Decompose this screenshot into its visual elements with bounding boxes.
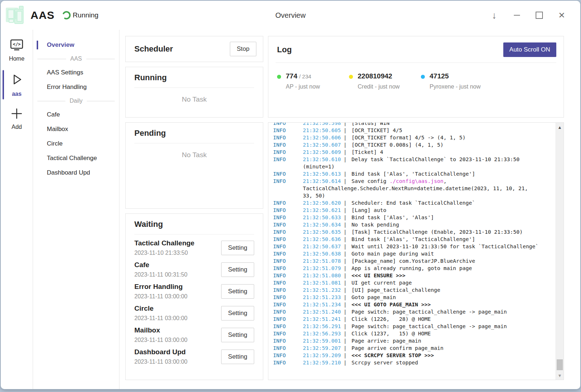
app-window: AAS Running Overview ↓ ✕ </>HomeaasAdd O… [1, 1, 580, 389]
setting-button[interactable]: Setting [221, 262, 254, 277]
waiting-task-info: Tactical Challenge2023-11-10 21:33:50 [134, 239, 194, 256]
log-level: INFO [273, 122, 303, 127]
rail-item-home[interactable]: </>Home [1, 35, 33, 66]
log-timestamp: 21:32:59.001 [303, 337, 344, 344]
log-timestamp: 21:32:50.637 [303, 243, 344, 250]
sidebar-item-mailbox[interactable]: Mailbox [33, 122, 119, 136]
waiting-task-row: Circle2023-11-11 03:00:00Setting [134, 305, 254, 322]
log-output-card[interactable]: INFO21:32:50.598| [Status] WININFO21:32:… [268, 122, 564, 380]
log-separator: | [344, 170, 352, 177]
setting-button[interactable]: Setting [221, 306, 254, 320]
close-button[interactable]: ✕ [557, 11, 566, 20]
log-level: INFO [273, 199, 303, 207]
auto-scroll-toggle[interactable]: Auto Scroll ON [503, 42, 556, 57]
log-level: INFO [273, 337, 303, 344]
log-line: INFO21:32:59.210| Scrcpy server stopped [273, 359, 551, 366]
log-timestamp: 21:32:51.080 [303, 272, 344, 279]
log-message: Scheduler: End task `TacticalChallenge` [352, 199, 475, 207]
stat-value: 774/ 234 [286, 72, 320, 80]
log-line: INFO21:32:50.633| Bind task ['Alas', 'Al… [273, 214, 551, 221]
waiting-task-info: Error Handling2023-11-11 03:00:00 [134, 283, 187, 300]
active-indicator [3, 70, 4, 99]
active-indicator [37, 41, 38, 49]
divider-line [37, 101, 65, 101]
log-separator: | [344, 344, 352, 352]
log-timestamp: 21:32:50.638 [303, 250, 344, 257]
log-line: INFO21:32:50.607| [OCR_TICKET 0.008s] (4… [273, 141, 551, 148]
minimize-button[interactable] [512, 11, 521, 20]
log-line: INFO21:32:59.209| <<< SCRCPY SERVER STOP… [273, 352, 551, 359]
rail-item-add[interactable]: Add [1, 103, 33, 135]
sidebar-item-overview[interactable]: Overview [33, 38, 119, 52]
stat-text: 774/ 234AP - just now [286, 72, 320, 90]
log-message: [Task] TacticalChallenge (Enable, 2023-1… [352, 228, 523, 236]
setting-button[interactable]: Setting [221, 350, 254, 364]
nav-sidebar: OverviewAASAAS SettingsError HandlingDai… [33, 30, 119, 389]
log-separator: | [344, 257, 352, 265]
sidebar-item-label: Circle [47, 140, 62, 147]
log-timestamp: 21:32:50.635 [303, 228, 344, 236]
log-level: INFO [273, 257, 303, 265]
log-separator: | [344, 221, 352, 228]
log-level: INFO [273, 330, 303, 337]
log-level: INFO [273, 359, 303, 366]
dashboard-stats: 774/ 234AP - just now220810942Credit - j… [268, 63, 564, 90]
log-timestamp: 21:32:59.209 [303, 352, 344, 359]
sidebar-item-circle[interactable]: Circle [33, 136, 119, 151]
log-timestamp: 21:32:51.240 [303, 308, 344, 315]
waiting-card: Waiting Tactical Challenge2023-11-10 21:… [125, 213, 263, 380]
waiting-task-name: Cafe [134, 261, 187, 269]
play-icon [9, 72, 24, 88]
log-timestamp: 21:32:56.293 [303, 330, 344, 337]
log-separator: | [344, 337, 352, 344]
log-line: INFO21:32:50.614| Save config ./config\a… [273, 177, 551, 185]
log-separator: | [344, 265, 352, 272]
log-message: Page arrive confirm page_main [352, 344, 443, 352]
sidebar-item-dashboard-upd[interactable]: Dashboard Upd [33, 166, 119, 180]
setting-button[interactable]: Setting [221, 284, 254, 299]
log-level: INFO [273, 279, 303, 286]
log-line: INFO21:32:50.606| [OCR_TICKET format] 4/… [273, 134, 551, 141]
nav-group-label: AAS [66, 56, 86, 62]
waiting-task-row: Tactical Challenge2023-11-10 21:33:50Set… [134, 239, 254, 256]
log-level: INFO [273, 308, 303, 315]
log-line: INFO21:32:56.293| Click (1237, 15) @ HOM… [273, 330, 551, 337]
log-timestamp: 21:32:59.207 [303, 344, 344, 352]
sidebar-item-label: Cafe [47, 111, 60, 118]
sidebar-item-cafe[interactable]: Cafe [33, 107, 119, 122]
waiting-task-name: Dashboard Upd [134, 348, 187, 356]
log-separator: | [344, 294, 352, 301]
stat-dot-icon [349, 75, 353, 79]
log-level: INFO [273, 243, 303, 250]
log-line: INFO21:32:50.605| [OCR_TICKET] 4/5 [273, 127, 551, 134]
log-separator: | [344, 308, 352, 315]
maximize-button[interactable] [535, 11, 544, 20]
waiting-task-name: Tactical Challenge [134, 239, 194, 247]
setting-button[interactable]: Setting [221, 241, 254, 255]
log-message: Page switch: page_tactical_challenge -> … [352, 308, 507, 315]
log-message: Delay task `TacticalChallenge` to 2023-1… [352, 156, 520, 163]
sidebar-item-error-handling[interactable]: Error Handling [33, 80, 119, 94]
rail-item-aas[interactable]: aas [1, 68, 33, 102]
log-timestamp: 21:32:56.291 [303, 323, 344, 330]
log-timestamp: 21:32:51.078 [303, 257, 344, 265]
setting-button[interactable]: Setting [221, 328, 254, 342]
scrollbar-thumb[interactable] [557, 359, 563, 370]
log-level: INFO [273, 344, 303, 352]
log-timestamp: 21:32:50.613 [303, 170, 344, 177]
scroll-up-icon[interactable]: ▲ [556, 125, 564, 130]
log-scrollbar[interactable]: ▲ ▼ [556, 123, 564, 380]
download-update-button[interactable]: ↓ [489, 11, 499, 20]
sidebar-item-label: Overview [47, 41, 74, 48]
sidebar-item-tactical-challenge[interactable]: Tactical Challenge [33, 151, 119, 166]
stop-button[interactable]: Stop [230, 42, 256, 56]
log-message: [UI] page_tactical_challenge [352, 286, 440, 294]
log-timestamp: 21:32:50.633 [303, 214, 344, 221]
sidebar-item-aas-settings[interactable]: AAS Settings [33, 65, 119, 80]
log-timestamp: 21:32:50.620 [303, 199, 344, 207]
nav-group-label: Daily [65, 98, 87, 104]
scroll-down-icon[interactable]: ▼ [556, 373, 564, 378]
log-line: INFO21:32:50.620| Scheduler: End task `T… [273, 199, 551, 207]
log-level: INFO [273, 221, 303, 228]
log-separator: | [344, 323, 352, 330]
